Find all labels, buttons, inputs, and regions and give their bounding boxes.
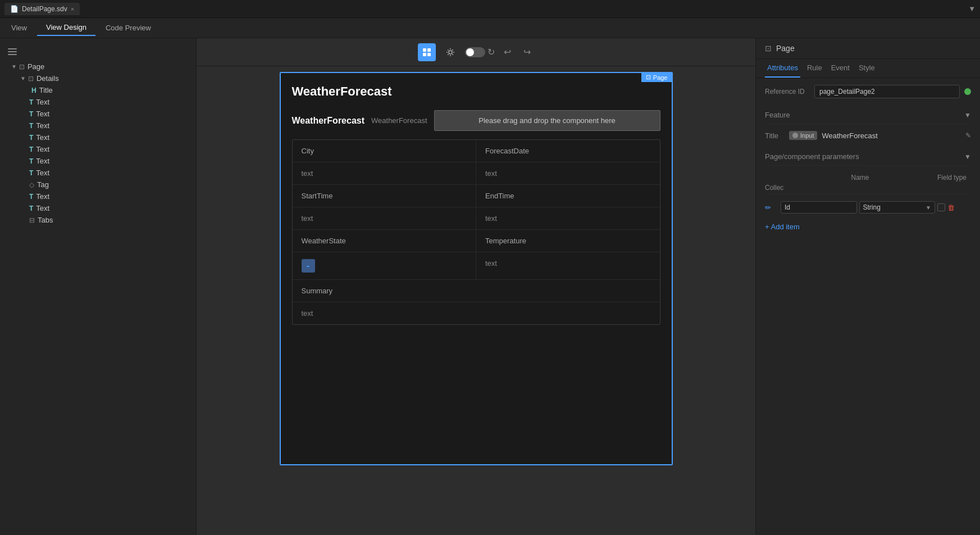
feature-label: Feature xyxy=(765,111,790,119)
svg-rect-3 xyxy=(427,53,431,56)
add-item-label: + Add item xyxy=(765,223,800,231)
cell-forecastdate-val: text xyxy=(476,162,660,184)
cell-endtime-val: text xyxy=(476,207,660,229)
tabs-icon: ⊟ xyxy=(29,216,35,224)
params-name-input[interactable] xyxy=(781,201,857,214)
ref-id-label: Reference ID xyxy=(765,88,810,96)
cell-temperature-val: text xyxy=(476,252,660,279)
sidebar-item-text-6[interactable]: T Text xyxy=(0,155,196,167)
cell-summary-header: Summary xyxy=(293,280,660,302)
page-icon: ⊡ xyxy=(19,63,25,71)
sidebar-item-text-4[interactable]: T Text xyxy=(0,132,196,143)
redo-btn[interactable]: ↪ xyxy=(520,44,534,60)
sidebar-item-text-8[interactable]: T Text xyxy=(0,191,196,202)
sidebar-item-text-5[interactable]: T Text xyxy=(0,143,196,155)
svg-rect-2 xyxy=(423,53,426,56)
title-value: WeatherForecast xyxy=(822,132,877,140)
canvas-area[interactable]: ⊡ Page WeatherForecast WeatherForecast W… xyxy=(197,66,755,535)
page-badge: ⊡ Page xyxy=(641,72,672,82)
sidebar-item-title[interactable]: H Title xyxy=(0,84,196,96)
sidebar-item-tag[interactable]: ◇ Tag xyxy=(0,179,196,191)
panel-header: ⊡ Page xyxy=(756,38,980,59)
title-bar: 📄 DetailPage.sdv × ▼ xyxy=(0,0,980,18)
title-bar-tab[interactable]: 📄 DetailPage.sdv × xyxy=(4,3,80,15)
text-icon-3: T xyxy=(29,122,33,130)
params-collection-checkbox[interactable] xyxy=(937,203,945,211)
sidebar-item-details[interactable]: ▼ ⊡ Details xyxy=(0,72,196,84)
sidebar-item-text-1[interactable]: T Text xyxy=(0,96,196,108)
params-type-value: String xyxy=(863,203,881,211)
drag-drop-box[interactable]: Please drag and drop the component here xyxy=(434,110,660,131)
table-row: Summary xyxy=(293,280,660,302)
params-header-name: Name xyxy=(851,174,936,182)
params-section-title: Page/component parameters xyxy=(765,152,859,161)
edit-icon[interactable]: ✎ xyxy=(965,132,971,139)
params-delete-icon[interactable]: 🗑 xyxy=(947,203,955,212)
minus-button[interactable]: - xyxy=(302,259,315,273)
tab-code-preview[interactable]: Code Preview xyxy=(97,20,160,35)
form-header-subtitle: WeatherForecast xyxy=(371,116,427,125)
table-row: WeatherState Temperature xyxy=(293,230,660,252)
cell-starttime-val: text xyxy=(293,207,477,229)
table-row: - text xyxy=(293,252,660,280)
tree-arrow-page: ▼ xyxy=(11,64,17,70)
cell-city: City xyxy=(293,140,477,162)
tab-attributes[interactable]: Attributes xyxy=(765,59,800,78)
cell-weatherstate: WeatherState xyxy=(293,230,477,252)
undo-btn[interactable]: ↩ xyxy=(500,44,514,60)
panel-tabs: Attributes Rule Event Style xyxy=(756,59,980,78)
feature-row[interactable]: Feature ▼ xyxy=(765,106,971,124)
close-icon[interactable]: × xyxy=(71,6,74,12)
switch-track[interactable] xyxy=(465,47,485,57)
sidebar-item-page[interactable]: ▼ ⊡ Page xyxy=(0,61,196,72)
params-edit-icon[interactable]: ✏ xyxy=(765,203,778,212)
text-icon-5: T xyxy=(29,146,33,153)
text-icon-6: T xyxy=(29,157,33,165)
params-type-select[interactable]: String ▼ xyxy=(859,201,936,214)
hamburger-menu[interactable] xyxy=(4,45,20,58)
input-badge-label: Input xyxy=(800,132,814,139)
params-table-header: Name Field type Collec xyxy=(765,171,971,194)
sidebar-item-text-7[interactable]: T Text xyxy=(0,167,196,179)
sidebar: ▼ ⊡ Page ▼ ⊡ Details H Title T Text T Te… xyxy=(0,38,197,535)
page-badge-label: Page xyxy=(653,74,668,81)
tab-bar: View View Design Code Preview xyxy=(0,18,980,38)
sidebar-item-tabs[interactable]: ⊟ Tabs xyxy=(0,214,196,226)
tab-event[interactable]: Event xyxy=(829,59,852,78)
data-grid: City ForecastDate text text StartTime En… xyxy=(292,139,660,325)
tab-style[interactable]: Style xyxy=(856,59,877,78)
plugin-btn[interactable] xyxy=(418,43,436,61)
text-icon-2: T xyxy=(29,110,33,118)
table-row: text text xyxy=(293,207,660,230)
tab-rule[interactable]: Rule xyxy=(805,59,824,78)
params-header-fieldtype: Field type xyxy=(937,174,971,182)
tab-view[interactable]: View xyxy=(2,20,36,35)
text-icon-8: T xyxy=(29,193,33,201)
center-area: ↻ ↩ ↪ ⊡ Page WeatherForecast WeatherFore… xyxy=(197,38,755,535)
green-status-dot xyxy=(964,88,971,95)
expand-icon[interactable]: ▼ xyxy=(968,4,976,13)
params-section-header[interactable]: Page/component parameters ▼ xyxy=(765,148,971,166)
sidebar-item-text-9[interactable]: T Text xyxy=(0,202,196,214)
form-header-label: WeatherForecast xyxy=(292,116,365,126)
sidebar-item-text-3[interactable]: T Text xyxy=(0,120,196,132)
right-panel: ⊡ Page Attributes Rule Event Style Refer… xyxy=(755,38,980,535)
text-icon-7: T xyxy=(29,169,33,177)
title-icon: H xyxy=(31,87,37,94)
tab-view-design[interactable]: View Design xyxy=(37,20,95,36)
settings-icon xyxy=(445,47,455,57)
params-row: ✏ String ▼ 🗑 xyxy=(765,199,971,216)
sidebar-item-text-2[interactable]: T Text xyxy=(0,108,196,120)
page-canvas: ⊡ Page WeatherForecast WeatherForecast W… xyxy=(280,72,673,465)
title-field-label: Title xyxy=(765,132,785,140)
form-header-row: WeatherForecast WeatherForecast Please d… xyxy=(292,110,660,131)
title-row: Title Input WeatherForecast ✎ xyxy=(765,131,971,140)
toggle-switch[interactable]: ↻ xyxy=(465,47,495,57)
add-item-btn[interactable]: + Add item xyxy=(765,218,971,235)
plugin-icon xyxy=(422,47,432,57)
ref-id-input[interactable] xyxy=(814,85,960,98)
settings-btn[interactable] xyxy=(441,43,459,61)
cell-endtime: EndTime xyxy=(476,185,660,207)
cell-summary-val: text xyxy=(293,302,660,324)
tree-arrow-details: ▼ xyxy=(20,75,26,81)
